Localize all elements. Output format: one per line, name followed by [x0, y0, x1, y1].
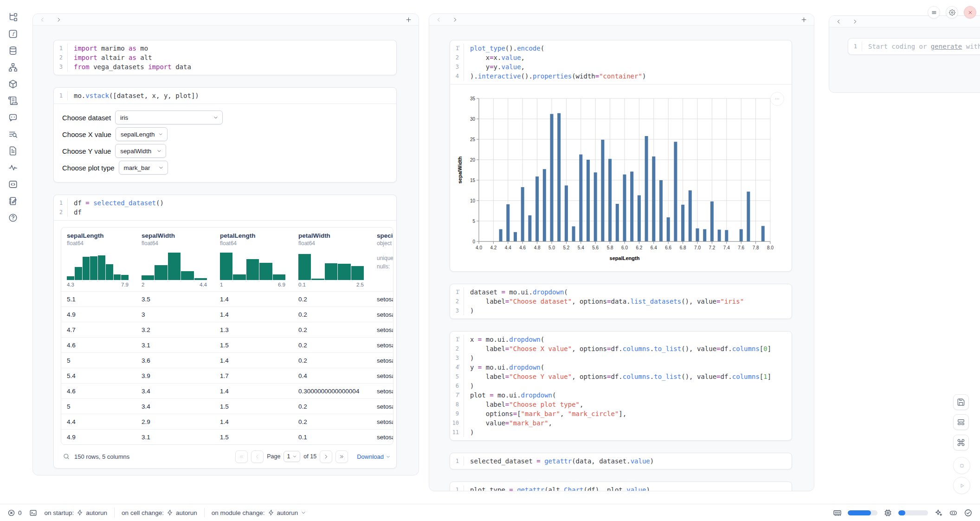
code-editor[interactable]: 1selected_dataset = getattr(data, datase… — [450, 453, 792, 469]
cell-xy-plot-dropdowns[interactable]: 1∨234∨567∨891011x = mo.ui.dropdown( labe… — [450, 331, 792, 441]
script-icon[interactable] — [8, 96, 18, 106]
next-page-button[interactable] — [320, 450, 332, 463]
hist-bar — [121, 275, 129, 280]
function-icon[interactable]: f — [8, 29, 18, 39]
chevron-right-icon[interactable] — [452, 17, 458, 23]
on-startup-setting[interactable]: on startup: autorun — [45, 509, 108, 516]
table-cell: 3.9 — [136, 372, 214, 379]
database-icon[interactable] — [8, 46, 18, 56]
dropdown-select[interactable]: sepalWidth — [115, 144, 166, 158]
tracing-icon[interactable] — [8, 163, 18, 173]
on-cell-change-setting[interactable]: on cell change: autorun — [122, 509, 197, 516]
stop-button[interactable] — [953, 457, 970, 474]
menu-button[interactable] — [928, 6, 940, 19]
table-row[interactable]: 53.41.50.2setosa — [61, 398, 393, 414]
code-editor[interactable]: 12df = selected_dataset()df — [54, 195, 396, 220]
layout-button[interactable] — [953, 414, 969, 430]
table-cell: 0.2 — [293, 357, 371, 364]
table-cell: 1.4 — [214, 388, 293, 395]
chevron-left-icon[interactable] — [436, 17, 442, 23]
table-row[interactable]: 4.63.41.40.3000000000000004setosa — [61, 383, 393, 398]
column-name: sepalLength — [67, 232, 136, 239]
last-page-button[interactable] — [335, 450, 348, 463]
table-column-header[interactable]: speciesobjectuniquenulls: — [371, 228, 393, 291]
altair-bar-chart[interactable]: 4.04.24.44.64.85.05.25.45.65.86.06.26.46… — [456, 94, 792, 267]
help-icon[interactable] — [8, 213, 18, 223]
chat-bot-icon[interactable] — [8, 112, 18, 123]
close-icon — [967, 9, 974, 16]
table-cell: 1.4 — [214, 418, 293, 425]
code-editor[interactable]: 1∨23dataset = mo.ui.dropdown( label="Cho… — [450, 284, 792, 319]
hist-bar — [351, 266, 364, 280]
error-counter[interactable]: 0 — [7, 509, 22, 517]
command-palette-button[interactable] — [953, 435, 969, 450]
first-page-button[interactable] — [235, 450, 248, 463]
table-column-header[interactable]: petalLengthfloat6416.9 — [214, 228, 293, 291]
package-icon[interactable] — [8, 79, 18, 89]
table-cell: setosa — [371, 296, 393, 303]
add-column-icon[interactable] — [405, 16, 412, 23]
table-column-header[interactable]: petalWidthfloat640.12.5 — [293, 228, 371, 291]
cell-plot-type[interactable]: 1plot_type = getattr(alt.Chart(df), plot… — [450, 482, 792, 491]
cell-imports[interactable]: 123import marimo as moimport altair as a… — [53, 40, 397, 75]
dependency-graph-icon[interactable] — [8, 62, 18, 72]
code-editor[interactable]: 123import marimo as moimport altair as a… — [54, 40, 396, 75]
snippets-icon[interactable] — [8, 179, 18, 189]
cell-vstack[interactable]: 1mo.vstack([dataset, x, y, plot]) Choose… — [53, 87, 397, 182]
search-icon[interactable] — [63, 453, 70, 460]
settings-button[interactable] — [946, 6, 958, 19]
table-cell: 3 — [136, 311, 214, 318]
save-button[interactable] — [953, 394, 969, 410]
table-row[interactable]: 4.931.40.2setosa — [61, 306, 393, 322]
table-row[interactable]: 5.43.91.70.4setosa — [61, 368, 393, 383]
code-editor[interactable]: 1mo.vstack([dataset, x, y, plot]) — [54, 88, 396, 104]
table-column-header[interactable]: sepalWidthfloat6424.4 — [136, 228, 214, 291]
table-row[interactable]: 4.73.21.30.2setosa — [61, 322, 393, 337]
prev-page-button[interactable] — [251, 450, 264, 463]
svg-text:f: f — [12, 31, 15, 37]
page-select[interactable]: 1 — [284, 451, 300, 462]
table-cell: 0.2 — [293, 311, 371, 318]
close-button[interactable] — [964, 6, 976, 19]
code-editor[interactable]: 1 Start coding or generate with AI — [848, 39, 980, 54]
chevron-left-icon[interactable] — [39, 17, 45, 23]
table-row[interactable]: 4.63.11.50.2setosa — [61, 337, 393, 352]
chevron-right-icon[interactable] — [852, 19, 858, 25]
generate-with-ai-link[interactable]: generate — [931, 43, 962, 50]
dropdown-select[interactable]: sepalLength — [116, 127, 168, 141]
cell-empty[interactable]: 1 Start coding or generate with AI — [848, 38, 980, 55]
cell-plot[interactable]: 1∨234plot_type().encode( x=x.value, y=y.… — [450, 40, 792, 272]
document-icon[interactable] — [8, 146, 18, 156]
table-row[interactable]: 4.93.11.50.1setosa — [61, 429, 393, 444]
terminal-button[interactable] — [29, 509, 37, 517]
column-histogram — [220, 251, 293, 280]
cell-selected-dataset[interactable]: 1selected_dataset = getattr(data, datase… — [450, 453, 792, 469]
logs-search-icon[interactable] — [8, 129, 18, 139]
code-line: dataset = mo.ui.dropdown( — [470, 287, 744, 297]
chevron-left-icon[interactable] — [836, 19, 842, 25]
add-column-icon[interactable] — [800, 16, 807, 23]
dropdown-select[interactable]: mark_bar — [119, 161, 168, 175]
table-row[interactable]: 53.61.40.2setosa — [61, 352, 393, 368]
table-row[interactable]: 5.13.51.40.2setosa — [61, 291, 393, 306]
bolt-icon — [268, 509, 274, 516]
on-module-change-setting[interactable]: on module change: autorun — [212, 509, 307, 516]
code-editor[interactable]: 1∨234∨567∨891011x = mo.ui.dropdown( labe… — [450, 332, 792, 440]
scratchpad-icon[interactable] — [8, 196, 18, 206]
download-button[interactable]: Download — [357, 453, 391, 460]
table-column-header[interactable]: sepalLengthfloat644.37.9 — [61, 228, 136, 291]
run-button[interactable] — [953, 477, 970, 494]
dropdown-select[interactable]: iris — [115, 111, 223, 124]
table-cell: 4.6 — [61, 342, 136, 349]
ai-sparkles-button[interactable] — [934, 508, 943, 517]
cell-dataframe[interactable]: 12df = selected_dataset()df sepalLengthf… — [53, 195, 397, 469]
code-editor[interactable]: 1∨234plot_type().encode( x=x.value, y=y.… — [450, 40, 792, 84]
dropdown-label: Choose X value — [62, 130, 111, 138]
chevron-right-icon[interactable] — [56, 17, 62, 23]
table-row[interactable]: 4.42.91.40.2setosa — [61, 414, 393, 429]
copilot-button[interactable] — [949, 508, 958, 517]
file-tree-icon[interactable] — [8, 12, 18, 22]
chart-options-button[interactable] — [770, 92, 784, 106]
code-editor[interactable]: 1plot_type = getattr(alt.Chart(df), plot… — [450, 482, 792, 491]
cell-dataset-dropdown[interactable]: 1∨23dataset = mo.ui.dropdown( label="Cho… — [450, 284, 792, 319]
